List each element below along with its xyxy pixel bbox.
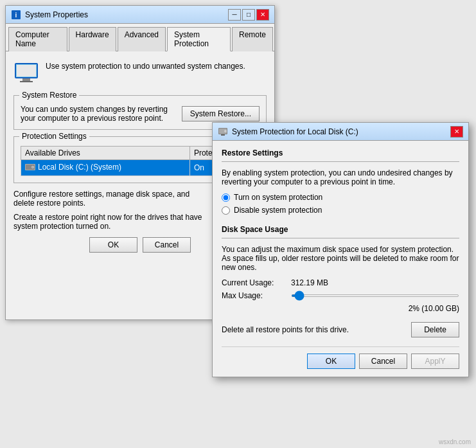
disable-radio[interactable] (222, 206, 230, 215)
current-usage-value: 312.19 MB (291, 278, 328, 287)
create-text: Create a restore point right now for the… (13, 213, 213, 231)
drive-icon: Local Disk (C:) (System) (25, 163, 121, 172)
dialog-controls: ✕ (450, 126, 463, 138)
watermark: wsxdn.com (439, 438, 471, 445)
svg-rect-14 (221, 134, 225, 136)
dialog-bottom-buttons: OK Cancel ApplY (222, 346, 459, 369)
max-usage-row: Max Usage: (222, 291, 459, 300)
maximize-button[interactable]: □ (242, 9, 255, 21)
description-area: Use system protection to undo unwanted s… (13, 59, 267, 85)
dialog-icon (218, 127, 228, 137)
disk-protection-dialog: System Protection for Local Disk (C:) ✕ … (212, 122, 469, 377)
usage-display: 2% (10.00 GB) (222, 304, 459, 313)
dialog-apply-button[interactable]: ApplY (411, 354, 459, 369)
system-restore-content: You can undo system changes by reverting… (21, 105, 260, 123)
dialog-close-button[interactable]: ✕ (450, 126, 463, 138)
minimize-button[interactable]: ─ (228, 9, 241, 21)
delete-row: Delete all restore points for this drive… (222, 322, 459, 337)
tab-remote[interactable]: Remote (232, 27, 273, 51)
dialog-cancel-button[interactable]: Cancel (359, 354, 407, 369)
cancel-button[interactable]: Cancel (143, 237, 191, 253)
system-properties-titlebar: i System Properties ─ □ ✕ (6, 6, 274, 24)
svg-rect-4 (22, 78, 30, 81)
system-restore-legend: System Restore (19, 91, 79, 100)
system-restore-text: You can undo system changes by reverting… (21, 105, 177, 123)
drive-name-cell: Local Disk (C:) (System) (21, 160, 190, 176)
protection-description: Use system protection to undo unwanted s… (46, 59, 245, 71)
svg-point-13 (224, 130, 227, 132)
delete-button[interactable]: Delete (411, 322, 459, 337)
turn-on-radio-option: Turn on system protection (222, 193, 459, 202)
restore-settings-header: Restore Settings (222, 148, 459, 157)
window-controls: ─ □ ✕ (228, 9, 269, 21)
hdd-icon (25, 163, 35, 171)
tab-bar: Computer Name Hardware Advanced System P… (6, 24, 274, 51)
delete-label: Delete all restore points for this drive… (222, 325, 349, 334)
disk-divider (222, 238, 459, 238)
disk-space-header: Disk Space Usage (222, 225, 459, 234)
restore-divider (222, 161, 459, 162)
configure-text: Configure restore settings, manage disk … (13, 190, 211, 208)
close-button[interactable]: ✕ (256, 9, 269, 21)
tab-hardware[interactable]: Hardware (69, 27, 116, 51)
svg-rect-5 (20, 81, 33, 82)
turn-on-radio[interactable] (222, 193, 230, 202)
tab-computer-name[interactable]: Computer Name (8, 27, 67, 51)
tab-advanced[interactable]: Advanced (118, 27, 166, 51)
dialog-titlebar: System Protection for Local Disk (C:) ✕ (213, 123, 468, 141)
restore-description: By enabling system protection, you can u… (222, 168, 459, 186)
system-restore-button[interactable]: System Restore... (182, 106, 260, 121)
dialog-content: Restore Settings By enabling system prot… (213, 141, 468, 377)
current-usage-label: Current Usage: (222, 278, 286, 287)
dialog-ok-button[interactable]: OK (307, 354, 355, 369)
disable-label: Disable system protection (234, 206, 322, 215)
system-properties-icon: i (11, 10, 21, 20)
system-icon (13, 59, 39, 85)
disable-radio-option: Disable system protection (222, 206, 459, 215)
current-usage-row: Current Usage: 312.19 MB (222, 278, 459, 287)
dialog-title: System Protection for Local Disk (C:) (218, 127, 358, 137)
turn-on-label: Turn on system protection (234, 193, 322, 202)
system-properties-title: i System Properties (11, 10, 88, 20)
max-usage-label: Max Usage: (222, 291, 286, 300)
svg-rect-6 (17, 65, 36, 76)
protection-settings-legend: Protection Settings (19, 132, 89, 141)
ok-button[interactable]: OK (89, 237, 137, 253)
max-usage-slider[interactable] (291, 294, 459, 297)
col-drives: Available Drives (21, 147, 190, 160)
disk-space-description: You can adjust the maximum disk space us… (222, 245, 459, 272)
tab-system-protection[interactable]: System Protection (167, 27, 231, 51)
svg-text:i: i (15, 12, 17, 19)
svg-point-10 (32, 166, 33, 168)
